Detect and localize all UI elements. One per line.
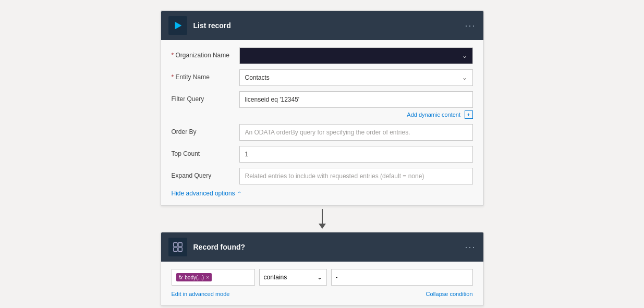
expand-query-input-wrap bbox=[239, 168, 473, 184]
entity-name-row: Entity Name Contacts ⌄ bbox=[172, 69, 473, 86]
power-automate-icon bbox=[168, 16, 187, 35]
condition-header-left: Record found? bbox=[168, 238, 246, 256]
condition-token-input[interactable]: fx body(...) × bbox=[172, 269, 255, 286]
condition-links: Edit in advanced mode Collapse condition bbox=[172, 291, 473, 297]
filter-query-row: Filter Query Add dynamic content + bbox=[172, 91, 473, 119]
list-record-title: List record bbox=[193, 21, 231, 30]
filter-query-input-wrap: Add dynamic content + bbox=[239, 91, 473, 119]
list-record-more-button[interactable]: ··· bbox=[465, 20, 476, 31]
add-dynamic-content: Add dynamic content + bbox=[239, 109, 473, 119]
condition-row: fx body(...) × contains ⌄ bbox=[172, 269, 473, 286]
org-name-row: Organization Name ⌄ bbox=[172, 47, 473, 64]
connector-line bbox=[322, 209, 323, 224]
condition-operator-select[interactable]: contains ⌄ bbox=[259, 269, 327, 286]
collapse-condition-link[interactable]: Collapse condition bbox=[426, 291, 473, 297]
add-dynamic-button[interactable]: + bbox=[465, 110, 473, 119]
condition-more-button[interactable]: ··· bbox=[465, 242, 476, 253]
svg-rect-4 bbox=[178, 248, 181, 251]
list-record-body: Organization Name ⌄ Entity Name Contacts… bbox=[161, 40, 483, 205]
entity-name-select[interactable]: Contacts ⌄ bbox=[239, 69, 473, 86]
order-by-input[interactable] bbox=[239, 124, 473, 141]
top-count-input[interactable] bbox=[239, 146, 473, 163]
token-fx-icon: fx bbox=[179, 275, 183, 280]
connector-arrowhead bbox=[319, 224, 326, 229]
condition-value-input[interactable] bbox=[331, 269, 473, 286]
connector-arrow bbox=[319, 209, 326, 229]
org-name-select[interactable]: ⌄ bbox=[239, 47, 473, 64]
hide-advanced-link[interactable]: Hide advanced options ⌃ bbox=[172, 190, 473, 197]
condition-icon bbox=[168, 238, 187, 256]
filter-query-input[interactable] bbox=[239, 91, 473, 108]
org-name-input-wrap: ⌄ bbox=[239, 47, 473, 64]
hide-advanced-label: Hide advanced options bbox=[172, 190, 235, 197]
expand-query-row: Expand Query bbox=[172, 168, 473, 184]
expand-query-label: Expand Query bbox=[172, 168, 239, 179]
svg-marker-0 bbox=[175, 22, 181, 30]
filter-query-label: Filter Query bbox=[172, 91, 239, 103]
edit-advanced-mode-link[interactable]: Edit in advanced mode bbox=[172, 291, 230, 297]
svg-rect-3 bbox=[173, 248, 177, 251]
token-badge: fx body(...) × bbox=[176, 273, 212, 281]
entity-name-label: Entity Name bbox=[172, 69, 239, 81]
org-name-chevron: ⌄ bbox=[462, 52, 467, 59]
condition-card: Record found? ··· fx body(...) × contain… bbox=[161, 232, 484, 306]
org-name-label: Organization Name bbox=[172, 47, 239, 59]
top-count-label: Top Count bbox=[172, 146, 239, 157]
svg-rect-1 bbox=[173, 243, 177, 247]
token-close-button[interactable]: × bbox=[206, 274, 209, 280]
entity-name-value: Contacts bbox=[245, 74, 270, 81]
condition-title: Record found? bbox=[193, 243, 246, 251]
entity-name-chevron: ⌄ bbox=[462, 74, 467, 81]
order-by-row: Order By bbox=[172, 124, 473, 141]
hide-advanced-chevron: ⌃ bbox=[237, 191, 241, 196]
condition-operator-chevron: ⌄ bbox=[317, 274, 322, 281]
expand-query-input[interactable] bbox=[239, 168, 473, 184]
order-by-input-wrap bbox=[239, 124, 473, 141]
add-dynamic-link[interactable]: Add dynamic content bbox=[407, 112, 460, 118]
list-record-card: List record ··· Organization Name ⌄ Enti… bbox=[161, 10, 484, 206]
condition-operator-value: contains bbox=[264, 274, 287, 281]
top-count-input-wrap bbox=[239, 146, 473, 163]
header-left: List record bbox=[168, 16, 231, 35]
token-label: body(...) bbox=[185, 275, 204, 280]
entity-name-input-wrap: Contacts ⌄ bbox=[239, 69, 473, 86]
condition-body: fx body(...) × contains ⌄ Edit in advanc… bbox=[161, 262, 483, 305]
condition-header: Record found? ··· bbox=[161, 232, 483, 262]
list-record-header: List record ··· bbox=[161, 11, 483, 40]
top-count-row: Top Count bbox=[172, 146, 473, 163]
order-by-label: Order By bbox=[172, 124, 239, 135]
svg-rect-2 bbox=[178, 243, 181, 247]
